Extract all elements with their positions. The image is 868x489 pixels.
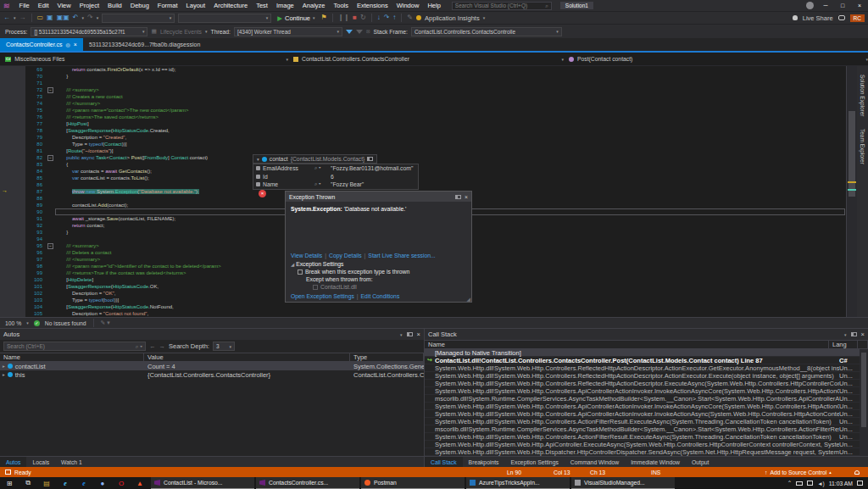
magnifier-icon[interactable]: ⌕ ▾ (314, 165, 328, 171)
autos-search-input[interactable]: Search (Ctrl+E) ⌕ ▾ (3, 342, 146, 351)
action-center-icon[interactable] (857, 481, 863, 486)
tab-diagsession[interactable]: 5311321335424dc69...7fba0b.diagsession (83, 38, 206, 51)
pin-icon[interactable] (851, 332, 857, 336)
breadcrumb-project[interactable]: C# Miscellaneous Files (0, 56, 70, 62)
zoom-level[interactable]: 100 % (5, 320, 21, 326)
navigate-forward-icon[interactable]: → (19, 14, 26, 22)
pin-icon[interactable] (367, 157, 373, 161)
panel-tab-exception-settings[interactable]: Exception Settings (505, 457, 565, 467)
taskbar-app-visualstudiomanaged-[interactable]: VisualStudioManaged... (571, 477, 675, 489)
breadcrumb-type[interactable]: ContactList.Controllers.ContactsControll… (288, 56, 415, 62)
collapse-icon[interactable]: − (47, 243, 53, 249)
side-tab-team-explorer[interactable]: Team Explorer (860, 129, 865, 164)
code-line[interactable]: 79 Description = "Created", (0, 134, 845, 141)
menu-tools[interactable]: Tools (329, 2, 353, 9)
code-line[interactable]: 86 (0, 181, 845, 188)
column-header-value[interactable]: Value (144, 353, 350, 361)
code-line[interactable]: 74 /// </summary> (0, 100, 845, 107)
code-line[interactable]: 70 } (0, 73, 845, 80)
column-header-name[interactable]: Name (425, 341, 829, 348)
close-icon[interactable]: × (861, 331, 865, 338)
menu-edit[interactable]: Edit (34, 2, 53, 9)
expander-icon[interactable]: ▸ (3, 372, 5, 377)
code-line[interactable]: 104 [SwaggerResponse(HttpStatusCode.NotF… (0, 303, 845, 310)
release-channel-badge[interactable]: RC (850, 14, 865, 22)
code-analysis-icon[interactable]: ✎ ▾ (101, 320, 110, 326)
datatip-member-row[interactable]: EmailAddress⌕ ▾"Fozzy.Bear0131@hotmail.c… (253, 164, 418, 173)
code-line[interactable]: 85 var contactList = contacts.ToList(); (0, 175, 845, 181)
exception-link-copy-details[interactable]: Copy Details (329, 253, 362, 258)
code-line[interactable]: 71 (0, 80, 845, 86)
maximize-button[interactable]: □ (837, 3, 848, 8)
brave-icon[interactable]: ▲ (131, 477, 149, 489)
exception-link-start-live-share-session-[interactable]: Start Live Share session... (368, 253, 435, 258)
taskbar-app-contactlist-microso-[interactable]: ContactList - Microso... (151, 477, 254, 489)
start-icon[interactable]: ⊞ (0, 477, 19, 489)
filter-icon[interactable] (346, 30, 353, 34)
taskbar-app-contactscontroller-cs-[interactable]: ContactsController.cs... (256, 477, 359, 489)
side-tab-solution-explorer[interactable]: Solution Explorer (860, 75, 865, 117)
navigate-back-icon[interactable]: ← (3, 14, 10, 22)
tray-chevron-icon[interactable]: ⌃ (787, 480, 792, 486)
add-to-source-control-button[interactable]: ↑ Add to Source Control ▴ (765, 467, 832, 477)
taskbar-app-postman[interactable]: Postman (361, 477, 465, 489)
callstack-panel-header[interactable]: Call Stack ▾ × (425, 329, 868, 340)
exception-settings-expander[interactable]: ◢ Exception Settings (291, 261, 466, 267)
column-header-name[interactable]: Name (0, 353, 144, 361)
fold-margin[interactable]: − (46, 242, 55, 249)
watch-row[interactable]: ▸this{ContactList.Controllers.ContactsCo… (0, 370, 424, 379)
autos-panel-header[interactable]: Autos ▾ × (0, 329, 424, 340)
resize-grip[interactable]: ◢ (466, 296, 470, 302)
thread-combobox[interactable]: [4340] Worker Thread ▾ (234, 27, 342, 36)
pause-icon[interactable]: ❙❙ (338, 14, 349, 22)
datatip-member-row[interactable]: Name⌕ ▾"Fozzy Bear" (253, 181, 418, 189)
flag-threads-icon[interactable]: ⦻ (366, 28, 370, 35)
save-icon[interactable]: ▣ (47, 14, 53, 22)
ie-icon[interactable]: e (56, 477, 75, 489)
user-avatar[interactable] (806, 2, 814, 9)
redo-icon[interactable]: ↷ (87, 14, 93, 22)
step-over-icon[interactable]: ↷ (384, 14, 390, 22)
magnifier-icon[interactable]: ⌕ ▾ (314, 181, 328, 187)
menu-image[interactable]: Image (272, 2, 298, 9)
editor-scrollbar[interactable] (846, 66, 857, 317)
code-line[interactable]: 82− public async Task<Contact> Post([Fro… (0, 154, 845, 161)
code-line[interactable]: 76 /// <returns>The saved contact</retur… (0, 114, 845, 120)
process-combobox[interactable]: [] 5311321335424dc695535a15c27f1 ▾ (31, 27, 147, 36)
search-forward-icon[interactable]: → (159, 342, 166, 350)
code-line[interactable]: 73 /// Creates a new contact (0, 93, 845, 100)
code-editor[interactable]: 69 return contacts.FirstOrDefault(x => x… (0, 66, 857, 317)
expander-icon[interactable]: ▾ (257, 157, 259, 162)
step-into-icon[interactable]: ↓ (377, 14, 381, 22)
feedback-icon[interactable] (838, 15, 845, 20)
opera-icon[interactable]: O (112, 477, 131, 489)
menu-help[interactable]: Help (423, 2, 444, 9)
code-line[interactable]: 75 /// <param name="contact">The new con… (0, 107, 845, 114)
task-view-icon[interactable]: ⧉ (19, 477, 37, 489)
search-input[interactable]: Search Visual Studio (Ctrl+Q) ⌕ (452, 2, 552, 10)
callstack-scrollbar[interactable] (860, 349, 868, 456)
code-markers-icon[interactable]: ✎ (407, 14, 413, 22)
code-line[interactable]: 80 Type = typeof(Contact))] (0, 141, 845, 147)
code-line[interactable]: 81 [Route("~/contacts")] (0, 147, 845, 154)
collapse-icon[interactable]: − (47, 155, 53, 161)
chrome-icon[interactable]: ● (93, 477, 112, 489)
pin-icon[interactable] (407, 332, 413, 336)
callstack-frame[interactable]: System.Web.Http.dll!System.Web.Http.Disp… (425, 448, 868, 456)
menu-layout[interactable]: Layout (182, 2, 210, 9)
column-header-type[interactable]: Type (350, 353, 424, 361)
code-line[interactable]: 77 [HttpPost] (0, 120, 845, 127)
search-back-icon[interactable]: ← (149, 342, 156, 350)
tab-contactscontroller[interactable]: ContactsController.cs ◎ × (0, 38, 83, 51)
menu-format[interactable]: Format (153, 2, 182, 9)
close-button[interactable]: × (854, 3, 865, 8)
pin-icon[interactable]: ◎ (66, 42, 70, 47)
menu-view[interactable]: View (53, 2, 75, 9)
panel-tab-command-window[interactable]: Command Window (565, 457, 625, 467)
config-combobox[interactable]: ▾ (102, 14, 175, 23)
menu-test[interactable]: Test (252, 2, 272, 9)
column-header-lang[interactable]: Lang (829, 341, 858, 348)
solution-badge[interactable]: Solution1 (560, 2, 593, 9)
breadcrumb-member[interactable]: Post(Contact contact) (564, 56, 637, 62)
save-all-icon[interactable]: ▣▣ (57, 14, 70, 22)
